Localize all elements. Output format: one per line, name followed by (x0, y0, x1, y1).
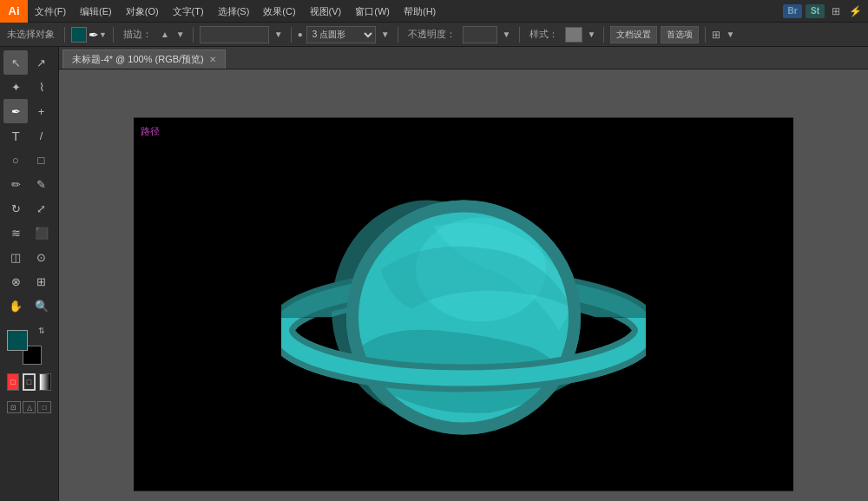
sep6 (519, 27, 520, 43)
menu-window[interactable]: 窗口(W) (348, 0, 397, 23)
tab-bar: 未标题-4* @ 100% (RGB/预览) ✕ (59, 47, 868, 69)
hand-tool[interactable]: ✋ (3, 293, 28, 318)
bridge-icon[interactable]: Br (783, 4, 802, 18)
direct-selection-tool[interactable]: ↗ (30, 50, 54, 75)
artboard-tool[interactable]: ⊞ (30, 269, 54, 293)
selection-tool[interactable]: ↖ (3, 50, 28, 75)
fill-icon[interactable]: □ (7, 373, 19, 391)
doc-tab-close[interactable]: ✕ (209, 55, 216, 64)
planet-illustration (281, 156, 646, 452)
dot-label: ● (298, 30, 303, 39)
menu-right-icons: Br St ⊞ ⚡ (778, 3, 868, 19)
pencil-tool[interactable]: ✎ (30, 172, 54, 196)
rect-tool[interactable]: □ (30, 148, 54, 172)
menu-select[interactable]: 选择(S) (211, 0, 257, 23)
text-tool[interactable]: T (3, 123, 28, 148)
opacity-input[interactable]: 12% (463, 26, 497, 43)
swap-colors-icon[interactable]: ⇅ (38, 326, 45, 335)
eyedropper-tool[interactable]: ⊙ (30, 245, 54, 269)
bridge-icon-group: Br St ⊞ ⚡ (778, 3, 868, 19)
opacity-arrow[interactable]: ▼ (501, 30, 513, 39)
menu-text[interactable]: 文字(T) (166, 0, 211, 23)
arrange-icon[interactable]: ⊞ (712, 29, 720, 41)
menu-edit[interactable]: 编辑(E) (73, 0, 119, 23)
style-label: 样式： (526, 28, 562, 41)
wifi-icon[interactable]: ⚡ (847, 3, 863, 19)
arrange-arrow[interactable]: ▼ (724, 30, 736, 39)
menu-view[interactable]: 视图(V) (303, 0, 349, 23)
sep8 (705, 27, 706, 43)
style-swatch[interactable] (565, 27, 582, 43)
tool-grid: ↖ ↗ ✦ ⌇ ✒ + T / ○ □ ✏ ✎ ↻ ⤢ ≋ ⬛ ◫ ⊙ (0, 47, 58, 321)
stroke-fill-modes: □ □ (7, 373, 51, 391)
point-shape-select[interactable]: 3 点圆形 (306, 26, 376, 43)
lasso-tool[interactable]: ⌇ (30, 75, 54, 99)
stroke-input[interactable] (200, 26, 269, 43)
sep2 (113, 27, 114, 43)
menu-object[interactable]: 对象(O) (119, 0, 166, 23)
stroke-icon[interactable]: □ (23, 373, 36, 391)
opacity-label: 不透明度： (404, 28, 459, 41)
fill-stroke-area: ✒ ▼ (71, 27, 107, 43)
canvas-area: 未标题-4* @ 100% (RGB/预览) ✕ 路径 (59, 47, 868, 501)
grid-icon[interactable]: ⊞ (828, 3, 844, 19)
sep3 (193, 27, 194, 43)
shape-arrow[interactable]: ▼ (379, 30, 391, 39)
gradient-tool[interactable]: ◫ (3, 245, 28, 269)
line-tool[interactable]: / (30, 123, 54, 148)
main-area: ↖ ↗ ✦ ⌇ ✒ + T / ○ □ ✏ ✎ ↻ ⤢ ≋ ⬛ ◫ ⊙ (0, 47, 868, 501)
no-selection-label: 未选择对象 (3, 28, 58, 41)
toolbar: 未选择对象 ✒ ▼ 描边： ▲ ▼ ▼ ● 3 点圆形 ▼ 不透明度： 12% … (0, 23, 868, 47)
add-anchor-tool[interactable]: + (30, 99, 54, 123)
change-screen-icon[interactable]: ⊡ (7, 401, 21, 413)
doc-tab-label: 未标题-4* @ 100% (RGB/预览) (72, 53, 204, 66)
color-area: ⇅ □ □ ⊡ △ □ (0, 325, 58, 419)
zoom-tool[interactable]: 🔍 (30, 293, 54, 318)
color-pair: ⇅ (7, 330, 42, 365)
graph-tool[interactable]: ⬛ (30, 221, 54, 245)
magic-wand-tool[interactable]: ✦ (3, 75, 28, 99)
blend-tool[interactable]: ⊗ (3, 269, 28, 293)
canvas-container[interactable]: 路径 (59, 69, 868, 501)
sep7 (603, 27, 604, 43)
doc-settings-btn[interactable]: 文档设置 (610, 26, 657, 43)
menu-help[interactable]: 帮助(H) (397, 0, 443, 23)
fill-swatch[interactable] (71, 27, 87, 43)
stroke-label: 描边： (120, 28, 155, 41)
stock-icon[interactable]: St (806, 4, 825, 18)
pen-tool[interactable]: ✒ (3, 99, 28, 123)
scale-tool[interactable]: ⤢ (30, 196, 54, 221)
fg-color-box[interactable] (7, 330, 28, 351)
gradient-icon-small[interactable] (39, 373, 51, 391)
stroke-up-arrow[interactable]: ▲ (159, 30, 171, 39)
menu-file[interactable]: 文件(F) (28, 0, 73, 23)
screen-mode-icon[interactable]: □ (37, 401, 51, 413)
ellipse-tool[interactable]: ○ (3, 148, 28, 172)
view-mode-icon[interactable]: △ (23, 401, 36, 413)
warp-tool[interactable]: ≋ (3, 221, 28, 245)
sep4 (291, 27, 292, 43)
artboard: 路径 (134, 117, 793, 491)
sep1 (64, 27, 65, 43)
path-label: 路径 (141, 124, 160, 137)
menu-bar: Ai 文件(F) 编辑(E) 对象(O) 文字(T) 选择(S) 效果(C) 视… (0, 0, 868, 23)
stroke-down-arrow[interactable]: ▼ (174, 30, 187, 39)
ai-logo: Ai (0, 0, 28, 23)
document-tab[interactable]: 未标题-4* @ 100% (RGB/预览) ✕ (62, 49, 226, 69)
sep5 (398, 27, 398, 43)
stroke-input-arrow[interactable]: ▼ (273, 30, 285, 39)
tools-panel: ↖ ↗ ✦ ⌇ ✒ + T / ○ □ ✏ ✎ ↻ ⤢ ≋ ⬛ ◫ ⊙ (0, 47, 59, 501)
preferences-btn[interactable]: 首选项 (661, 26, 699, 43)
style-arrow[interactable]: ▼ (586, 30, 598, 39)
bottom-icons-row: ⊡ △ □ (7, 401, 51, 413)
pen-tool-icon[interactable]: ✒ ▼ (89, 28, 107, 42)
paintbrush-tool[interactable]: ✏ (3, 172, 28, 196)
menu-effect[interactable]: 效果(C) (256, 0, 302, 23)
rotate-tool[interactable]: ↻ (3, 196, 28, 221)
